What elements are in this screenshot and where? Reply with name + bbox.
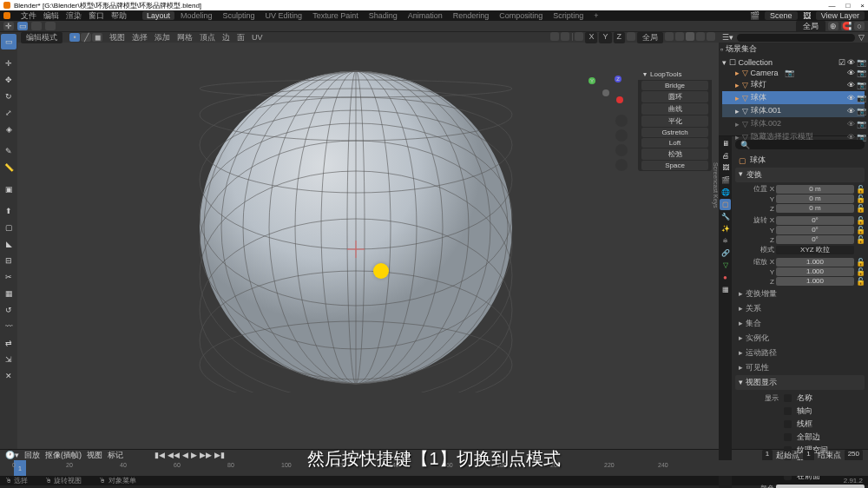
tree-sphere001[interactable]: ▸ ▽球体.001 👁📷 [722, 104, 865, 117]
tree-sphere[interactable]: ▸ ▽球体 👁📷 [722, 91, 865, 104]
shading-solid-icon[interactable] [686, 32, 694, 41]
vertex-mode-icon[interactable]: • [69, 33, 80, 42]
cursor-tool-icon[interactable]: ✛ [3, 22, 14, 30]
timeline-type-icon[interactable]: 🕐▾ [5, 451, 19, 459]
ptab-render[interactable]: 🖥 [720, 138, 731, 149]
prev-key-button[interactable]: ◀◀ [168, 451, 180, 459]
tl-marker[interactable]: 标记 [108, 450, 123, 461]
color-field[interactable] [776, 485, 865, 489]
tab-rendering[interactable]: Rendering [449, 11, 494, 20]
add-cube-tool[interactable]: ▣ [1, 181, 16, 197]
edge-mode-icon[interactable]: ╱ [81, 33, 91, 42]
tl-view[interactable]: 视图 [87, 450, 102, 461]
rotate-tool[interactable]: ↻ [1, 89, 16, 104]
tab-shading[interactable]: Shading [365, 11, 402, 20]
tree-camera[interactable]: ▸ ▽Camera 📷 👁📷 [722, 68, 865, 78]
annotate-tool[interactable]: ✎ [1, 143, 16, 159]
rot-z-field[interactable]: 0° [776, 235, 854, 244]
sphere-mesh[interactable] [191, 63, 521, 394]
tree-collection[interactable]: ▾ ☐Collection ☑👁📷 [722, 57, 865, 68]
vp-cam-icon[interactable] [665, 32, 674, 41]
vp-menu-uv[interactable]: UV [252, 33, 263, 42]
ptab-data[interactable]: ▽ [720, 260, 731, 271]
nav-gizmo[interactable]: Y Z [589, 76, 623, 110]
ptab-scene[interactable]: 🎬 [720, 175, 731, 186]
collections-section[interactable]: ▸ 集合 [735, 316, 865, 331]
vp-menu-mesh[interactable]: 网格 [177, 32, 193, 43]
menu-edit[interactable]: 编辑 [43, 10, 59, 22]
tab-compositing[interactable]: Compositing [495, 11, 547, 20]
next-key-button[interactable]: ▶▶ [200, 451, 212, 459]
tab-uv[interactable]: UV Editing [261, 11, 307, 20]
viewlayer-selector[interactable]: View Layer [816, 11, 865, 20]
vp-menu-add[interactable]: 添加 [155, 32, 170, 43]
tl-playback[interactable]: 回放 [24, 450, 40, 461]
loc-y-field[interactable]: 0 m [776, 195, 854, 203]
looptools-circle[interactable]: 圆环 [641, 91, 708, 102]
vp-xray-icon[interactable] [575, 32, 583, 41]
play-back-button[interactable]: ◀ [182, 451, 188, 459]
looptools-flatten[interactable]: 平化 [641, 115, 708, 127]
spin-tool[interactable]: ↺ [1, 302, 16, 318]
pan-icon[interactable] [615, 129, 628, 142]
shading-render-icon[interactable] [707, 32, 715, 41]
tab-modeling[interactable]: Modeling [176, 11, 217, 20]
looptools-bridge[interactable]: Bridge [641, 81, 708, 90]
snap-icon[interactable]: 🧲 [841, 22, 852, 30]
knife-tool[interactable]: ✂ [1, 269, 16, 285]
instancing-section[interactable]: ▸ 实例化 [735, 331, 865, 346]
vp-menu-select[interactable]: 选择 [132, 32, 148, 43]
outliner-type-icon[interactable]: ☰▾ [722, 33, 733, 42]
ptab-world[interactable]: 🌐 [720, 187, 731, 198]
vp-orient[interactable]: 全局 [637, 32, 663, 43]
gizmo-z[interactable]: Z [615, 76, 621, 82]
sidebar-tab-text[interactable]: Screencast Keys [713, 162, 719, 208]
gizmo-y[interactable]: Y [589, 77, 595, 84]
zoom-icon[interactable] [615, 115, 628, 127]
vp-menu-face[interactable]: 面 [237, 32, 245, 43]
tl-keying[interactable]: 抠像(插帧) [45, 450, 82, 461]
select-tool-icon[interactable]: ▭ [17, 22, 28, 30]
outliner-filter-icon[interactable]: ▽ [858, 33, 865, 42]
select-box-tool[interactable]: ▭ [1, 34, 16, 49]
measure-tool[interactable]: 📏 [1, 160, 16, 175]
shading-wire-icon[interactable] [675, 32, 684, 41]
vp-axis-z[interactable]: Z [614, 32, 626, 43]
rot-y-field[interactable]: 0° [776, 226, 854, 234]
tree-light[interactable]: ▸ ▽球灯 👁📷 [722, 78, 865, 91]
rip-tool[interactable]: ✕ [1, 368, 16, 384]
looptools-curve[interactable]: 曲线 [641, 103, 708, 115]
3d-viewport[interactable]: 编辑模式 • ╱ ◼ 视图 选择 添加 网格 顶点 边 面 UV | X Y Z [17, 32, 719, 449]
vp-menu-view[interactable]: 视图 [109, 32, 125, 43]
gizmo-center[interactable] [602, 89, 609, 96]
transform-tool[interactable]: ◈ [1, 122, 16, 137]
vp-gizmo-toggle[interactable] [550, 32, 559, 41]
cam-icon[interactable] [615, 144, 628, 156]
check-edges[interactable] [784, 433, 792, 441]
ptab-material[interactable]: ● [720, 272, 731, 283]
scale-y-field[interactable]: 1.000 [776, 267, 854, 276]
frame-marker[interactable]: 1 [14, 460, 26, 476]
last-frame-button[interactable]: ▶▮ [214, 451, 225, 459]
tree-sphere002[interactable]: ▸ ▽球体.002 👁📷 [722, 117, 865, 130]
maximize-button[interactable]: □ [845, 2, 850, 10]
looptools-relax[interactable]: 松弛 [641, 148, 708, 160]
ptab-object[interactable]: ▢ [720, 199, 731, 210]
ptab-viewlayer[interactable]: 🖼 [720, 162, 731, 174]
loopcut-tool[interactable]: ⊟ [1, 253, 16, 268]
menu-file[interactable]: 文件 [21, 10, 36, 22]
shading-matprev-icon[interactable] [696, 32, 705, 41]
tab-scripting[interactable]: Scripting [549, 11, 588, 20]
scale-x-field[interactable]: 1.000 [776, 258, 854, 267]
ptab-output[interactable]: 🖨 [720, 150, 731, 162]
rot-x-field[interactable]: 0° [776, 216, 854, 225]
check-wire[interactable] [784, 420, 792, 428]
looptools-space[interactable]: Space [641, 161, 708, 170]
relations-section[interactable]: ▸ 关系 [735, 301, 865, 316]
poly-tool[interactable]: ▦ [1, 286, 16, 301]
vp-wire-icon[interactable] [627, 32, 635, 41]
face-mode-icon[interactable]: ◼ [92, 33, 102, 42]
menu-help[interactable]: 帮助 [111, 10, 127, 22]
scale-z-field[interactable]: 1.000 [776, 277, 854, 286]
vp-axis-y[interactable]: Y [599, 32, 611, 43]
